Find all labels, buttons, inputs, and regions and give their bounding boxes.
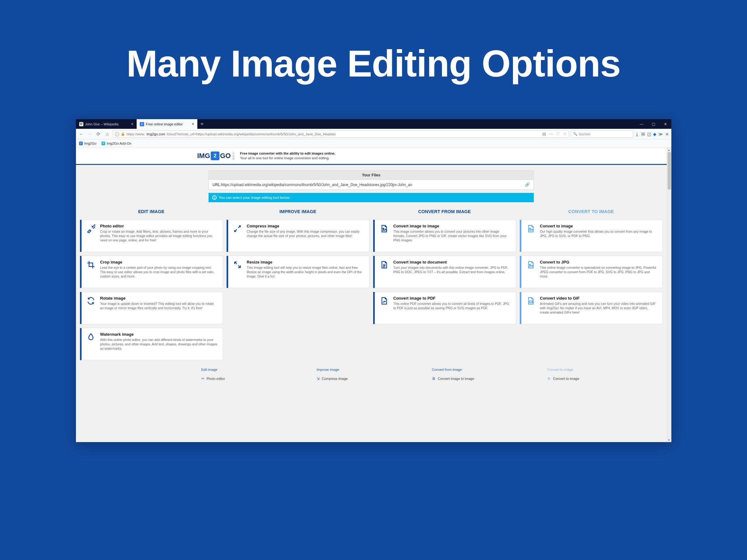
footer-nav: Edit image Improve image Convert from im… <box>77 368 666 381</box>
tagline-bold: Free image converter with the ability to… <box>240 152 335 155</box>
scroll-down-icon[interactable]: ▾ <box>667 437 671 442</box>
tool-card-convert-image-doc[interactable]: Convert image to documentTurn your image… <box>373 256 516 288</box>
card-desc: This image editing tool will help you to… <box>247 265 364 279</box>
file-url-row: URL: https://upload.wikimedia.org/wikipe… <box>209 180 534 190</box>
tool-card-photo-editor[interactable]: Photo editorCrop or rotate an image. Add… <box>80 220 223 252</box>
more-icon[interactable]: ⋯ <box>549 132 553 136</box>
tab-label: Free online image editor <box>146 122 183 126</box>
toolbar-icons: ⭳ 𝍐 ◫ ◆ ≫ <box>635 132 663 137</box>
reload-button[interactable]: ⟳ <box>95 131 102 137</box>
card-desc: Your image is upside down or inverted? T… <box>100 301 218 310</box>
url-value: https://upload.wikimedia.org/wikipedia/c… <box>221 183 412 187</box>
info-notice: i You can select your image editing tool… <box>209 193 534 202</box>
scroll-up-icon[interactable]: ▴ <box>667 148 671 152</box>
svg-point-0 <box>383 228 384 229</box>
home-button[interactable]: ⌂ <box>104 131 111 137</box>
rotate-icon <box>86 296 96 320</box>
tool-card-crop[interactable]: Crop imageLead the eye to a certain part… <box>80 256 223 288</box>
url-bar[interactable]: i 🔒 https://www.img2go.com/cloud?remote_… <box>113 130 569 138</box>
card-title: Watermark image <box>100 332 218 337</box>
compress-icon: ⇲ <box>316 376 320 381</box>
column-heading: CONVERT TO IMAGE <box>520 209 663 216</box>
file-image-icon <box>526 260 536 284</box>
tool-grid: EDIT IMAGE IMPROVE IMAGE CONVERT FROM IM… <box>77 209 666 360</box>
card-title: Convert to JPG <box>540 260 658 264</box>
new-tab-button[interactable]: ＋ <box>197 119 207 129</box>
search-bar[interactable]: 🔍 Suchen <box>571 130 633 138</box>
card-desc: Crop or rotate an image. Add filters, te… <box>100 229 218 243</box>
tool-card-resize[interactable]: Resize imageThis image editing tool will… <box>227 256 369 288</box>
footer-heading[interactable]: Improve image <box>316 368 432 376</box>
notice-text: You can select your image editing tool b… <box>219 196 290 199</box>
card-title: Compress image <box>247 224 364 229</box>
sidebar-icon[interactable]: ◫ <box>647 132 651 137</box>
bookmark-item[interactable]: ✦ Img2Go Add-On <box>101 141 132 145</box>
link-icon[interactable]: 🔗 <box>525 182 530 187</box>
back-button[interactable]: ← <box>78 131 85 137</box>
card-desc: This online PDF converter allows you to … <box>393 301 511 310</box>
library-icon[interactable]: 𝍐 <box>641 132 645 137</box>
tool-card-watermark[interactable]: Watermark imageWith this online photo ed… <box>80 328 223 360</box>
footer-link[interactable]: 🗎Convert image to image <box>432 376 547 381</box>
scroll-thumb[interactable] <box>668 152 671 189</box>
close-icon[interactable]: × <box>192 122 194 126</box>
window-controls: — ▢ ✕ <box>636 119 671 129</box>
nav-toolbar: ← → ⟳ ⌂ i 🔒 https://www.img2go.com/cloud… <box>76 129 671 139</box>
bookmark-bar: 2 Img2Go ✦ Img2Go Add-On <box>76 139 671 148</box>
footer-link-label: Convert image to image <box>438 377 474 380</box>
minimize-button[interactable]: — <box>636 119 648 129</box>
site-info-icon[interactable]: i <box>115 132 119 136</box>
tools-icon <box>86 224 96 247</box>
extension-icon[interactable]: ◆ <box>653 132 656 137</box>
tool-card-convert-to-image[interactable]: Convert to imageOur high quality image c… <box>520 220 663 252</box>
file-icon: 🗎 <box>432 376 436 381</box>
logo-text: GO <box>220 152 231 160</box>
footer-heading[interactable]: Convert to image <box>547 368 663 376</box>
card-desc: This online image converter is specializ… <box>540 265 658 279</box>
bookmark-star-icon[interactable]: ☆ <box>563 132 567 136</box>
tool-card-compress[interactable]: Compress imageChange the file size of an… <box>227 220 369 252</box>
svg-point-2 <box>529 264 531 265</box>
search-placeholder: Suchen <box>579 132 590 136</box>
column-heading: CONVERT FROM IMAGE <box>373 209 516 216</box>
tool-card-video-to-gif[interactable]: Convert video to GIFAnimated GIFs are am… <box>520 292 663 324</box>
close-icon[interactable]: × <box>131 122 133 126</box>
search-icon: 🔍 <box>573 132 577 136</box>
forward-button[interactable]: → <box>86 131 93 137</box>
file-video-icon <box>526 296 536 320</box>
tab-label: John Doe – Wikipedia <box>85 122 119 126</box>
tool-card-convert-image-pdf[interactable]: Convert image to PDFThis online PDF conv… <box>373 292 516 324</box>
tool-card-rotate[interactable]: Rotate imageYour image is upside down or… <box>80 292 223 324</box>
overflow-icon[interactable]: ≫ <box>658 132 663 137</box>
close-button[interactable]: ✕ <box>660 119 671 129</box>
bookmark-item[interactable]: 2 Img2Go <box>79 141 97 145</box>
pocket-icon[interactable]: ♡ <box>556 132 560 136</box>
vertical-scrollbar[interactable]: ▴ ▾ <box>667 148 671 442</box>
tab-inactive[interactable]: W John Doe – Wikipedia × <box>76 119 137 129</box>
empty-cell <box>227 292 369 324</box>
files-heading: Your Files <box>209 170 534 180</box>
img2go-favicon-icon: 2 <box>79 141 83 145</box>
lock-icon: 🔒 <box>121 132 125 136</box>
card-desc: Our high quality image converter that al… <box>540 229 658 238</box>
site-logo[interactable]: IMG 2 GO .COM <box>197 152 235 160</box>
wikipedia-favicon-icon: W <box>79 122 83 126</box>
footer-link[interactable]: ✂Photo editor <box>201 376 317 381</box>
logo-text: IMG <box>197 152 210 160</box>
footer-link[interactable]: 🗎Convert to image <box>547 376 663 381</box>
menu-button[interactable]: ≡ <box>665 131 670 137</box>
url-path: /cloud?remote_url=https://upload.wikimed… <box>167 132 336 136</box>
tab-active[interactable]: 2 Free online image editor × <box>137 119 197 129</box>
tool-card-convert-image-image[interactable]: Convert image to imageThis image convert… <box>373 220 516 252</box>
footer-heading[interactable]: Convert from image <box>432 368 547 376</box>
card-desc: This image converter allows you to conve… <box>393 229 511 243</box>
card-title: Convert to image <box>540 224 658 229</box>
resize-icon <box>232 260 242 284</box>
tool-card-convert-to-jpg[interactable]: Convert to JPGThis online image converte… <box>520 256 663 288</box>
footer-link[interactable]: ⇲Compress image <box>316 376 432 381</box>
maximize-button[interactable]: ▢ <box>648 119 660 129</box>
download-icon[interactable]: ⭳ <box>635 132 639 137</box>
footer-heading[interactable]: Edit image <box>201 368 317 376</box>
your-files-panel: Your Files URL: https://upload.wikimedia… <box>209 170 534 202</box>
reader-icon[interactable]: ▤ <box>542 132 546 136</box>
